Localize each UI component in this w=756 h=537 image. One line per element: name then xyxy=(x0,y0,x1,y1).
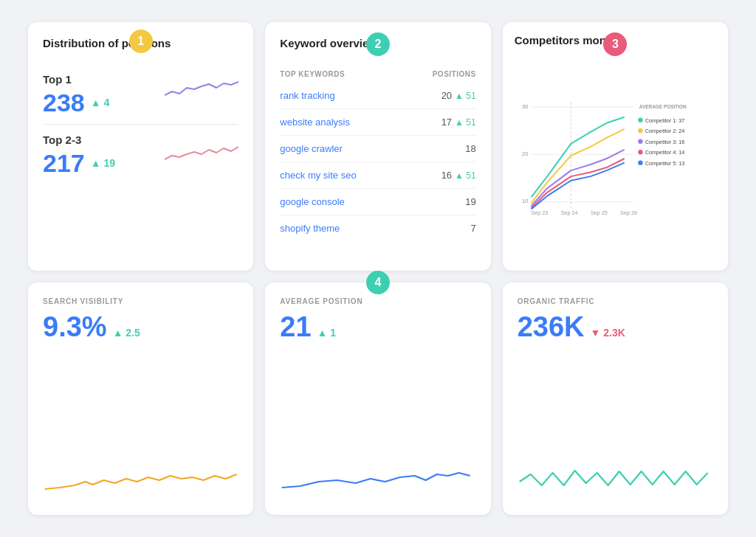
dist-divider xyxy=(43,124,238,125)
search-visibility-sparkline xyxy=(43,460,238,500)
kw-name-5[interactable]: shopify theme xyxy=(280,223,340,234)
svg-text:10: 10 xyxy=(521,198,528,204)
keyword-col-header: TOP KEYWORDS POSITIONS xyxy=(280,70,475,78)
top23-change: ▲ 19 xyxy=(91,157,115,169)
card6-label: ORGANIC TRAFFIC xyxy=(518,297,713,305)
top1-sparkline xyxy=(165,73,238,103)
kw-change-0: ▲ 51 xyxy=(455,91,476,101)
top1-change: ▲ 4 xyxy=(91,97,110,108)
svg-point-16 xyxy=(638,139,642,143)
top1-value: 238 xyxy=(43,90,85,115)
competitors-chart: 30 20 10 Sep 23 Sep 24 Sep 25 Sep 26 xyxy=(515,52,716,259)
svg-text:Competitor 4: 14: Competitor 4: 14 xyxy=(645,149,684,156)
keyword-row: google crawler 18 xyxy=(280,136,475,162)
kw-name-3[interactable]: check my site seo xyxy=(280,170,356,181)
organic-traffic-sparkline xyxy=(518,460,713,500)
svg-text:Sep 23: Sep 23 xyxy=(531,209,548,216)
svg-text:Competitor 3: 16: Competitor 3: 16 xyxy=(645,139,684,145)
badge-4: 4 xyxy=(366,271,390,294)
svg-text:Competitor 5: 13: Competitor 5: 13 xyxy=(645,160,684,167)
average-position-card: 4 AVERAGE POSITION 21 ▲ 1 xyxy=(265,283,490,515)
keyword-list: rank tracking 20 ▲ 51 website analysis 1… xyxy=(280,83,475,241)
keyword-card: Keyword overview 2 TOP KEYWORDS POSITION… xyxy=(265,22,490,271)
svg-text:AVERAGE POSITION: AVERAGE POSITION xyxy=(639,104,686,109)
search-visibility-card: SEARCH VISIBILITY 9.3% ▲ 2.5 xyxy=(28,283,253,515)
svg-text:Sep 26: Sep 26 xyxy=(620,209,637,216)
card6-value: 236K xyxy=(518,313,585,341)
svg-text:20: 20 xyxy=(521,150,528,157)
card4-change: ▲ 2.5 xyxy=(113,327,140,339)
svg-text:Sep 25: Sep 25 xyxy=(591,209,608,216)
kw-change-1: ▲ 51 xyxy=(455,117,476,128)
svg-text:30: 30 xyxy=(521,103,528,110)
kw-pos-0: 20 ▲ 51 xyxy=(441,90,476,101)
kw-change-3: ▲ 51 xyxy=(455,170,476,181)
kw-pos-5: 7 xyxy=(470,223,475,234)
svg-point-18 xyxy=(638,150,642,154)
keyword-row: check my site seo 16 ▲ 51 xyxy=(280,162,475,189)
keyword-row: google console 19 xyxy=(280,189,475,215)
keyword-row: website analysis 17 ▲ 51 xyxy=(280,109,475,136)
dashboard: Distribution of positions 1 Top 1 238 ▲ … xyxy=(16,10,740,527)
svg-point-12 xyxy=(638,118,642,122)
card4-value: 9.3% xyxy=(43,313,107,341)
svg-point-20 xyxy=(638,160,642,164)
svg-text:Competitor 1: 37: Competitor 1: 37 xyxy=(645,117,684,124)
keyword-row: rank tracking 20 ▲ 51 xyxy=(280,83,475,109)
card5-change: ▲ 1 xyxy=(317,327,337,339)
kw-name-2[interactable]: google crawler xyxy=(280,143,343,154)
top23-sparkline xyxy=(165,134,238,163)
kw-pos-3: 16 ▲ 51 xyxy=(441,170,476,181)
kw-name-1[interactable]: website analysis xyxy=(280,117,350,128)
card5-label: AVERAGE POSITION xyxy=(280,297,475,305)
keyword-row: shopify theme 7 xyxy=(280,215,475,241)
kw-pos-4: 19 xyxy=(465,196,475,207)
badge-1: 1 xyxy=(129,30,153,53)
distribution-card: Distribution of positions 1 Top 1 238 ▲ … xyxy=(28,22,253,271)
card6-change: ▼ 2.3K xyxy=(591,327,625,339)
svg-point-14 xyxy=(638,128,642,133)
svg-text:Competitor 2: 24: Competitor 2: 24 xyxy=(645,128,684,134)
col-positions: POSITIONS xyxy=(433,70,476,78)
organic-traffic-card: ORGANIC TRAFFIC 236K ▼ 2.3K xyxy=(503,283,728,515)
top23-value: 217 xyxy=(43,150,85,176)
kw-name-4[interactable]: google console xyxy=(280,196,344,207)
average-position-sparkline xyxy=(280,460,475,500)
competitors-svg: 30 20 10 Sep 23 Sep 24 Sep 25 Sep 26 xyxy=(515,52,716,259)
competitors-card: Competitors monitor 3 30 20 10 Sep 23 Se… xyxy=(503,22,728,271)
kw-pos-1: 17 ▲ 51 xyxy=(441,117,476,128)
col-keywords: TOP KEYWORDS xyxy=(280,70,345,78)
kw-name-0[interactable]: rank tracking xyxy=(280,90,334,101)
svg-text:Sep 24: Sep 24 xyxy=(560,209,577,216)
kw-pos-2: 18 xyxy=(465,143,475,154)
card5-value: 21 xyxy=(280,313,311,341)
card4-label: SEARCH VISIBILITY xyxy=(43,297,238,305)
badge-2: 2 xyxy=(366,32,390,56)
